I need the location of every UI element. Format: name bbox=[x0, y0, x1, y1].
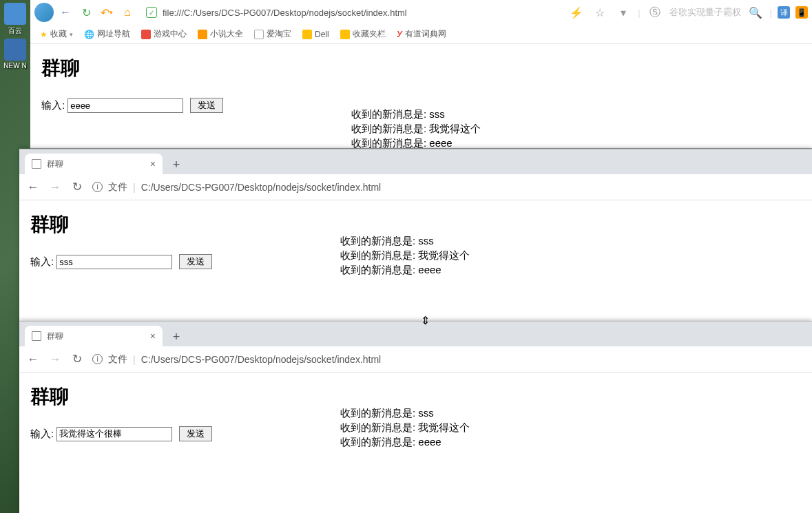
tab-title: 群聊 bbox=[47, 158, 63, 170]
file-icon bbox=[32, 159, 41, 169]
address-bar-url[interactable]: C:/Users/DCS-PG007/Desktop/nodejs/socket… bbox=[141, 182, 382, 193]
undo-icon[interactable]: ↶▾ bbox=[99, 5, 114, 20]
translate-icon[interactable]: 译 bbox=[778, 6, 790, 19]
shield-icon[interactable]: ✓ bbox=[146, 7, 157, 18]
message-item: 收到的新消息是: 我觉得这个 bbox=[351, 121, 481, 136]
back-icon[interactable]: ← bbox=[26, 353, 40, 366]
back-icon[interactable]: ← bbox=[58, 5, 73, 20]
chrome-window-2: 群聊 × + ← → ↻ i 文件 | C:/Users/DCS-PG007/D… bbox=[19, 149, 812, 321]
new-tab-button[interactable]: + bbox=[167, 327, 186, 346]
message-item: 收到的新消息是: eeee bbox=[340, 435, 470, 449]
send-button[interactable]: 发送 bbox=[190, 98, 223, 113]
file-label: 文件 bbox=[108, 353, 127, 366]
sogou-browser-window: ← ↻ ↶▾ ⌂ ✓ file:///C:/Users/DCS-PG007/De… bbox=[30, 0, 812, 149]
message-input[interactable] bbox=[56, 255, 172, 269]
youdao-icon: У bbox=[397, 30, 402, 39]
browser-tab[interactable]: 群聊 × bbox=[25, 326, 163, 346]
reload-icon[interactable]: ↻ bbox=[70, 352, 84, 366]
favorites-button[interactable]: ★ 收藏 ▾ bbox=[40, 28, 73, 40]
desktop-icon[interactable]: NEW N bbox=[2, 39, 28, 72]
info-icon[interactable]: i bbox=[92, 182, 103, 192]
close-icon[interactable]: × bbox=[150, 158, 156, 169]
folder-icon bbox=[340, 30, 350, 39]
star-icon[interactable]: ☆ bbox=[592, 5, 607, 20]
bookmark-item[interactable]: 游戏中心 bbox=[141, 28, 187, 40]
address-bar-url[interactable]: C:/Users/DCS-PG007/Desktop/nodejs/socket… bbox=[141, 354, 382, 365]
address-bar-url[interactable]: file:///C:/Users/DCS-PG007/Desktop/nodej… bbox=[163, 8, 407, 18]
favorites-label: 收藏 bbox=[50, 28, 67, 40]
send-button[interactable]: 发送 bbox=[179, 254, 212, 269]
page-content: 群聊 输入: 发送 收到的新消息是: sss 收到的新消息是: 我觉得这个 收到… bbox=[19, 373, 812, 452]
forward-icon: → bbox=[48, 180, 62, 194]
new-tab-button[interactable]: + bbox=[167, 155, 186, 174]
chrome-window-3: 群聊 × + ← → ↻ i 文件 | C:/Users/DCS-PG007/D… bbox=[19, 321, 812, 513]
message-item: 收到的新消息是: sss bbox=[351, 107, 481, 121]
tab-bar: 群聊 × + bbox=[19, 149, 812, 174]
message-list: 收到的新消息是: sss 收到的新消息是: 我觉得这个 收到的新消息是: eee… bbox=[351, 107, 481, 150]
input-label: 输入: bbox=[30, 255, 54, 269]
message-item: 收到的新消息是: eeee bbox=[340, 262, 470, 277]
page-icon bbox=[254, 30, 264, 39]
globe-icon: 🌐 bbox=[84, 30, 94, 39]
tab-title: 群聊 bbox=[47, 331, 63, 342]
mobile-icon[interactable]: 📱 bbox=[795, 6, 808, 19]
input-label: 输入: bbox=[41, 99, 65, 112]
message-item: 收到的新消息是: 我觉得这个 bbox=[340, 248, 470, 262]
star-icon: ★ bbox=[40, 30, 48, 39]
bookmark-item[interactable]: 收藏夹栏 bbox=[340, 28, 386, 40]
info-icon[interactable]: i bbox=[92, 354, 103, 364]
file-icon bbox=[32, 331, 41, 341]
message-item: 收到的新消息是: sss bbox=[340, 406, 470, 420]
address-bar: ← → ↻ i 文件 | C:/Users/DCS-PG007/Desktop/… bbox=[19, 174, 812, 200]
message-item: 收到的新消息是: 我觉得这个 bbox=[340, 420, 470, 435]
address-bar: ← → ↻ i 文件 | C:/Users/DCS-PG007/Desktop/… bbox=[19, 346, 812, 373]
message-input[interactable] bbox=[67, 98, 183, 113]
dropdown-icon[interactable]: ▾ bbox=[616, 5, 631, 20]
sogou-s-icon[interactable]: Ⓢ bbox=[647, 5, 663, 20]
bookmark-item[interactable]: У有道词典网 bbox=[397, 28, 446, 40]
flash-icon[interactable]: ⚡ bbox=[569, 5, 584, 20]
sogou-toolbar: ← ↻ ↶▾ ⌂ ✓ file:///C:/Users/DCS-PG007/De… bbox=[30, 0, 812, 25]
folder-icon bbox=[302, 30, 312, 39]
page-content: 群聊 输入: 发送 收到的新消息是: sss 收到的新消息是: 我觉得这个 收到… bbox=[19, 200, 812, 280]
back-icon[interactable]: ← bbox=[26, 180, 40, 194]
desktop-icon-label: NEW N bbox=[3, 62, 26, 70]
page-content: 群聊 输入: 发送 收到的新消息是: sss 收到的新消息是: 我觉得这个 收到… bbox=[30, 44, 812, 124]
game-icon bbox=[141, 30, 151, 39]
message-item: 收到的新消息是: eeee bbox=[351, 136, 481, 150]
sogou-logo-icon[interactable] bbox=[34, 3, 54, 22]
search-icon[interactable]: 🔍 bbox=[748, 5, 763, 20]
bookmark-item[interactable]: 爱淘宝 bbox=[254, 28, 291, 40]
reload-icon[interactable]: ↻ bbox=[79, 5, 94, 20]
close-icon[interactable]: × bbox=[150, 331, 156, 342]
bookmark-item[interactable]: 🌐网址导航 bbox=[84, 28, 130, 40]
message-item: 收到的新消息是: sss bbox=[340, 233, 470, 248]
desktop-icon[interactable]: 百云 bbox=[2, 3, 28, 36]
home-icon[interactable]: ⌂ bbox=[120, 5, 135, 20]
desktop-icon-label: 百云 bbox=[8, 27, 22, 34]
file-label: 文件 bbox=[108, 181, 127, 193]
bookmarks-bar: ★ 收藏 ▾ 🌐网址导航 游戏中心 小说大全 爱淘宝 Dell 收藏夹栏 У有道… bbox=[30, 25, 812, 44]
bookmark-item[interactable]: Dell bbox=[302, 30, 329, 39]
input-label: 输入: bbox=[30, 428, 54, 441]
browser-tab[interactable]: 群聊 × bbox=[25, 154, 163, 174]
reload-icon[interactable]: ↻ bbox=[70, 180, 84, 194]
novel-icon bbox=[198, 30, 207, 39]
search-placeholder[interactable]: 谷歌实现量子霸权 bbox=[669, 6, 741, 19]
forward-icon: → bbox=[48, 353, 62, 366]
send-button[interactable]: 发送 bbox=[179, 426, 212, 441]
message-input[interactable] bbox=[56, 427, 172, 441]
tab-bar: 群聊 × + bbox=[19, 322, 812, 346]
message-list: 收到的新消息是: sss 收到的新消息是: 我觉得这个 收到的新消息是: eee… bbox=[340, 233, 470, 277]
page-title: 群聊 bbox=[41, 55, 801, 81]
message-list: 收到的新消息是: sss 收到的新消息是: 我觉得这个 收到的新消息是: eee… bbox=[340, 406, 470, 449]
bookmark-item[interactable]: 小说大全 bbox=[198, 28, 243, 40]
